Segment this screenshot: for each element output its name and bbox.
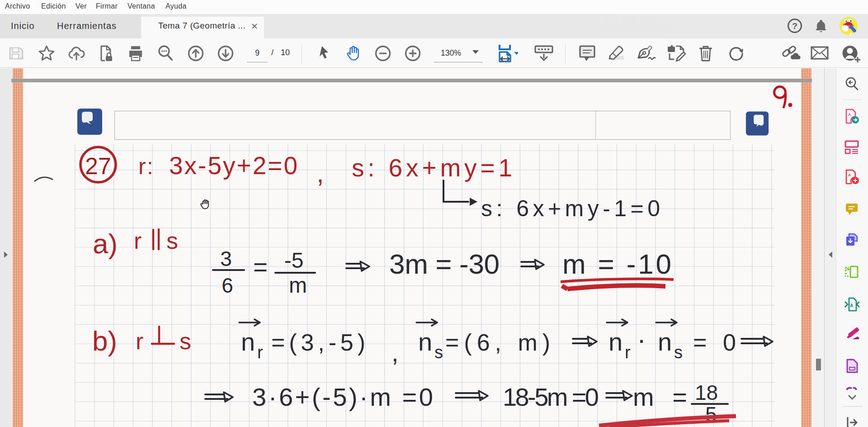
svg-text:m =: m =	[633, 383, 687, 411]
svg-text:s: 6x+my-1=0: s: 6x+my-1=0	[481, 196, 660, 221]
svg-text:=(6, m): =(6, m)	[445, 329, 550, 356]
svg-text:n: n	[418, 327, 432, 356]
svg-text:·: ·	[637, 324, 646, 355]
svg-text:=: =	[253, 253, 268, 281]
svg-text:a): a)	[93, 228, 118, 259]
svg-text:= 0: = 0	[693, 329, 736, 356]
svg-text:3m = -30: 3m = -30	[389, 248, 500, 280]
svg-text:18-5m =0: 18-5m =0	[503, 383, 599, 411]
svg-text:s: s	[674, 343, 683, 362]
svg-text:3·6+(-5)·m =0: 3·6+(-5)·m =0	[252, 383, 433, 411]
svg-text:n: n	[609, 327, 623, 356]
svg-text:A: A	[848, 173, 851, 177]
svg-text:27: 27	[85, 153, 111, 179]
svg-text:s: s	[434, 343, 443, 362]
svg-text:3x-5y+2=0: 3x-5y+2=0	[169, 152, 297, 180]
svg-text:6: 6	[222, 274, 233, 297]
svg-text:m: m	[289, 273, 307, 297]
svg-text:s: s	[166, 228, 178, 254]
svg-text:r: r	[134, 228, 142, 254]
svg-text:s: s	[179, 328, 191, 354]
svg-text:-5: -5	[284, 248, 304, 272]
svg-text:18: 18	[695, 381, 718, 404]
svg-text:,: ,	[316, 158, 324, 188]
svg-text:r: r	[257, 343, 263, 362]
svg-text:,: ,	[392, 338, 399, 367]
svg-text:A: A	[848, 112, 851, 117]
svg-text:m = -10: m = -10	[562, 248, 671, 280]
svg-text:n: n	[241, 327, 255, 356]
svg-text:?: ?	[792, 21, 797, 31]
svg-text:r:: r:	[138, 154, 153, 179]
svg-text:=(3,-5): =(3,-5)	[271, 329, 365, 356]
svg-text:n: n	[658, 327, 672, 356]
svg-text:A: A	[850, 303, 853, 308]
svg-text:3: 3	[220, 247, 232, 270]
svg-text:r: r	[136, 328, 143, 354]
svg-text:s: 6x+my=1: s: 6x+my=1	[352, 154, 512, 182]
svg-text:b): b)	[92, 325, 117, 356]
svg-text:r: r	[625, 343, 631, 362]
